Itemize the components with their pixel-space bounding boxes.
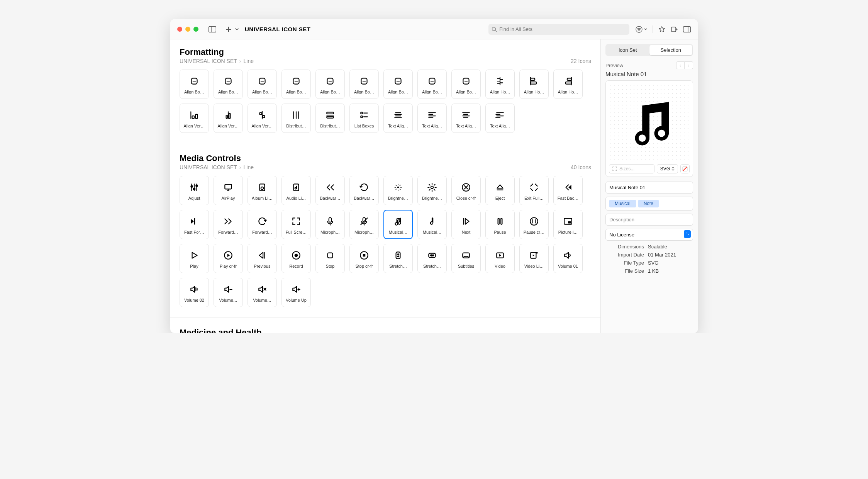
icon-glyph [291,108,301,122]
license-select[interactable]: No License [605,229,693,241]
tab-selection[interactable]: Selection [649,45,693,55]
tab-icon-set[interactable]: Icon Set [606,45,649,55]
icon-label: Stop cr-fr [351,264,377,268]
preview-next-button[interactable]: › [685,61,693,69]
icon-cell[interactable]: Distribut… [281,104,311,133]
icon-cell[interactable]: AirPlay [214,176,243,205]
icon-cell[interactable]: Musical… [417,210,447,239]
toggle-sidebar-button[interactable] [207,24,218,35]
icon-cell[interactable]: Volume… [248,278,277,307]
icon-cell[interactable]: Next [451,210,481,239]
icon-cell[interactable]: Volume 02 [180,278,209,307]
icon-cell[interactable]: Align Ho… [485,70,515,99]
icon-label: Picture i… [555,230,581,234]
icon-cell[interactable]: Exit Full… [519,176,549,205]
filter-button[interactable] [636,26,647,33]
icon-cell[interactable]: Align Bo… [281,70,311,99]
icon-cell[interactable]: Video Li… [519,244,549,273]
close-window-icon[interactable] [177,27,182,32]
add-button[interactable] [223,24,234,35]
icon-cell[interactable]: Brightne… [383,176,413,205]
icon-cell[interactable]: Align Bo… [417,70,447,99]
breadcrumb[interactable]: UNIVERSAL ICON SET›Line [180,164,254,170]
icon-cell[interactable]: Play cr-fr [214,244,243,273]
icon-glyph [359,214,369,228]
add-menu-chevron[interactable] [234,24,239,35]
icon-cell[interactable]: Align Bo… [315,70,345,99]
icon-browser[interactable]: Formatting UNIVERSAL ICON SET›Line 22 Ic… [170,39,600,333]
tags-field[interactable]: Musical Note [605,197,693,211]
icon-cell[interactable]: Text Alig… [417,104,447,133]
icon-cell[interactable]: Align Ho… [519,70,549,99]
icon-cell[interactable]: Align Bo… [383,70,413,99]
icon-cell[interactable]: Microph… [349,210,379,239]
icon-cell[interactable]: Pause [485,210,515,239]
icon-cell[interactable]: Fast Bac… [553,176,583,205]
preview-prev-button[interactable]: ‹ [676,61,685,69]
icon-cell[interactable]: Forward… [214,210,243,239]
breadcrumb[interactable]: UNIVERSAL ICON SET›Line [180,58,254,64]
icon-cell[interactable]: Align Bo… [214,70,243,99]
toggle-inspector-button[interactable] [683,26,691,32]
icon-cell[interactable]: Subtitles [451,244,481,273]
icon-cell[interactable]: Backwar… [315,176,345,205]
icon-cell[interactable]: Fast For… [180,210,209,239]
icon-cell[interactable]: Stretch… [417,244,447,273]
icon-cell[interactable]: Audio Li… [281,176,311,205]
icon-cell[interactable]: Video [485,244,515,273]
icon-cell[interactable]: Play [180,244,209,273]
icon-cell[interactable]: Align Ho… [553,70,583,99]
icon-cell[interactable]: Pause cr… [519,210,549,239]
icon-cell[interactable]: Eject [485,176,515,205]
svg-rect-48 [361,116,362,117]
icon-label: Align Ver… [181,124,207,128]
search-input[interactable] [499,26,626,32]
icon-cell[interactable]: Align Bo… [451,70,481,99]
icon-glyph [461,214,471,228]
favorite-button[interactable] [658,26,665,33]
icon-cell[interactable]: Align Bo… [349,70,379,99]
icon-cell[interactable]: Picture i… [553,210,583,239]
icon-cell[interactable]: Stretch… [383,244,413,273]
icon-cell[interactable]: Text Alig… [383,104,413,133]
icon-cell[interactable]: Close cr-fr [451,176,481,205]
description-input[interactable] [605,214,693,226]
inspector-tabs[interactable]: Icon Set Selection [605,44,693,56]
icon-cell[interactable]: Align Ver… [180,104,209,133]
icon-cell[interactable]: Align Ver… [214,104,243,133]
icon-cell[interactable]: Musical… [383,210,413,239]
icon-cell[interactable]: Microph… [315,210,345,239]
export-button[interactable] [671,26,678,33]
tag[interactable]: Note [638,200,659,207]
icon-cell[interactable]: Align Bo… [248,70,277,99]
icon-name-input[interactable] [605,182,693,194]
icon-cell[interactable]: Record [281,244,311,273]
minimize-window-icon[interactable] [185,27,190,32]
color-override-button[interactable] [680,164,690,173]
icon-cell[interactable]: Stop cr-fr [349,244,379,273]
icon-cell[interactable]: Forward… [248,210,277,239]
icon-cell[interactable]: Previous [248,244,277,273]
icon-cell[interactable]: Full Scre… [281,210,311,239]
icon-cell[interactable]: Backwar… [349,176,379,205]
icon-cell[interactable]: Align Bo… [180,70,209,99]
icon-cell[interactable]: Volume Up [281,278,311,307]
tag[interactable]: Musical [609,200,636,207]
icon-cell[interactable]: Distribut… [315,104,345,133]
icon-cell[interactable]: Stop [315,244,345,273]
svg-point-104 [536,252,537,253]
icon-cell[interactable]: Volume… [214,278,243,307]
format-select[interactable]: SVG [657,164,678,173]
icon-cell[interactable]: Text Alig… [451,104,481,133]
search-field[interactable] [488,24,629,35]
icon-cell[interactable]: Volume 01 [553,244,583,273]
icon-cell[interactable]: Brightne… [417,176,447,205]
icon-cell[interactable]: Text Alig… [485,104,515,133]
sizes-field[interactable]: Sizes... [609,164,654,173]
no-color-icon [682,166,688,172]
icon-cell[interactable]: Align Ver… [248,104,277,133]
icon-cell[interactable]: List Boxes [349,104,379,133]
icon-cell[interactable]: Adjust [180,176,209,205]
zoom-window-icon[interactable] [193,27,198,32]
icon-cell[interactable]: Album Li… [248,176,277,205]
